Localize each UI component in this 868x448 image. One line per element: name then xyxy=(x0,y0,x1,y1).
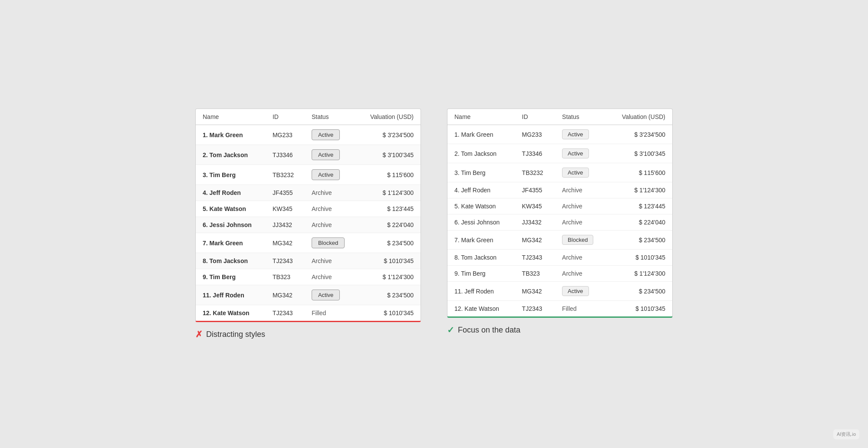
status-text: Archive xyxy=(562,187,582,194)
table-row: 2. Tom Jackson TJ3346 Active $ 3'100'345 xyxy=(196,145,421,165)
cell-status: Blocked xyxy=(305,233,357,253)
status-text: Archive xyxy=(312,257,332,264)
cell-id: KW345 xyxy=(266,201,305,217)
cell-name: 3. Tim Berg xyxy=(196,165,266,185)
cell-valuation: $ 234'500 xyxy=(357,233,421,253)
cell-id: MG342 xyxy=(266,233,305,253)
table-row: 6. Jessi Johnson JJ3432 Archive $ 224'04… xyxy=(196,217,421,233)
bad-section: Name ID Status Valuation (USD) 1. Mark G… xyxy=(195,109,421,339)
status-badge: Active xyxy=(312,129,340,140)
cell-id: MG233 xyxy=(515,125,556,144)
cell-id: KW345 xyxy=(515,198,556,214)
status-text: Archive xyxy=(312,189,332,196)
cell-status: Active xyxy=(555,282,607,301)
cell-id: MG342 xyxy=(515,282,556,301)
status-badge: Active xyxy=(312,169,340,180)
cell-id: TJ2343 xyxy=(266,305,305,321)
cell-status: Archive xyxy=(305,269,357,285)
cell-name: 1. Mark Green xyxy=(196,125,266,145)
status-badge: Active xyxy=(562,168,589,178)
status-badge: Blocked xyxy=(312,237,345,248)
bad-label-text: Distracting styles xyxy=(206,330,265,339)
table-row: 8. Tom Jackson TJ2343 Archive $ 1010'345 xyxy=(196,253,421,269)
good-table: Name ID Status Valuation (USD) 1. Mark G… xyxy=(447,109,672,316)
cell-valuation: $ 1'124'300 xyxy=(357,185,421,201)
cell-valuation: $ 1010'345 xyxy=(357,253,421,269)
cell-id: MG342 xyxy=(266,285,305,305)
cell-status: Archive xyxy=(555,214,607,231)
cell-id: TJ2343 xyxy=(515,301,556,317)
cell-status: Active xyxy=(305,165,357,185)
cell-valuation: $ 234'500 xyxy=(357,285,421,305)
cell-id: MG233 xyxy=(266,125,305,145)
cell-name: 6. Jessi Johnson xyxy=(196,217,266,233)
cell-valuation: $ 123'445 xyxy=(357,201,421,217)
bad-col-status: Status xyxy=(305,109,357,125)
status-badge: Blocked xyxy=(562,235,593,245)
good-label-row: ✓ Focus on the data xyxy=(447,325,673,335)
cell-name: 5. Kate Watson xyxy=(447,198,515,214)
bad-table-container: Name ID Status Valuation (USD) 1. Mark G… xyxy=(195,109,421,322)
cell-valuation: $ 1010'345 xyxy=(607,301,672,317)
cell-status: Active xyxy=(555,163,607,182)
status-text: Filled xyxy=(562,305,576,312)
cell-id: JF4355 xyxy=(266,185,305,201)
cell-name: 2. Tom Jackson xyxy=(447,144,515,163)
cell-valuation: $ 224'040 xyxy=(357,217,421,233)
cell-name: 3. Tim Berg xyxy=(447,163,515,182)
cell-name: 7. Mark Green xyxy=(447,231,515,250)
table-row: 4. Jeff Roden JF4355 Archive $ 1'124'300 xyxy=(447,182,672,198)
status-text: Filled xyxy=(312,310,326,316)
table-row: 4. Jeff Roden JF4355 Archive $ 1'124'300 xyxy=(196,185,421,201)
cell-name: 9. Tim Berg xyxy=(196,269,266,285)
table-row: 1. Mark Green MG233 Active $ 3'234'500 xyxy=(196,125,421,145)
cell-valuation: $ 1010'345 xyxy=(357,305,421,321)
cell-name: 6. Jessi Johnson xyxy=(447,214,515,231)
cell-id: TJ2343 xyxy=(515,250,556,266)
bad-icon: ✗ xyxy=(195,329,203,339)
bad-label-row: ✗ Distracting styles xyxy=(195,329,421,339)
cell-valuation: $ 1'124'300 xyxy=(357,269,421,285)
table-row: 6. Jessi Johnson JJ3432 Archive $ 224'04… xyxy=(447,214,672,231)
cell-status: Active xyxy=(305,285,357,305)
cell-name: 12. Kate Watson xyxy=(196,305,266,321)
cell-valuation: $ 1'124'300 xyxy=(607,182,672,198)
cell-valuation: $ 3'234'500 xyxy=(357,125,421,145)
cell-name: 5. Kate Watson xyxy=(196,201,266,217)
status-text: Archive xyxy=(562,203,582,210)
good-table-container: Name ID Status Valuation (USD) 1. Mark G… xyxy=(447,109,673,318)
bad-col-valuation: Valuation (USD) xyxy=(357,109,421,125)
table-row: 5. Kate Watson KW345 Archive $ 123'445 xyxy=(196,201,421,217)
cell-id: TB323 xyxy=(266,269,305,285)
table-row: 2. Tom Jackson TJ3346 Active $ 3'100'345 xyxy=(447,144,672,163)
cell-name: 4. Jeff Roden xyxy=(447,182,515,198)
table-row: 11. Jeff Roden MG342 Active $ 234'500 xyxy=(447,282,672,301)
cell-id: JJ3432 xyxy=(515,214,556,231)
bad-table: Name ID Status Valuation (USD) 1. Mark G… xyxy=(196,109,421,321)
cell-name: 12. Kate Watson xyxy=(447,301,515,317)
page-wrapper: Name ID Status Valuation (USD) 1. Mark G… xyxy=(195,109,673,339)
cell-status: Archive xyxy=(305,217,357,233)
good-col-status: Status xyxy=(555,109,607,125)
table-row: 3. Tim Berg TB3232 Active $ 115'600 xyxy=(196,165,421,185)
cell-id: JF4355 xyxy=(515,182,556,198)
cell-name: 2. Tom Jackson xyxy=(196,145,266,165)
cell-name: 11. Jeff Roden xyxy=(447,282,515,301)
good-col-id: ID xyxy=(515,109,556,125)
cell-name: 11. Jeff Roden xyxy=(196,285,266,305)
status-badge: Active xyxy=(312,149,340,160)
cell-status: Archive xyxy=(305,185,357,201)
table-row: 12. Kate Watson TJ2343 Filled $ 1010'345 xyxy=(447,301,672,317)
table-row: 9. Tim Berg TB323 Archive $ 1'124'300 xyxy=(196,269,421,285)
status-text: Archive xyxy=(312,273,332,280)
good-label-text: Focus on the data xyxy=(458,326,520,335)
status-text: Archive xyxy=(562,270,582,277)
bad-col-name: Name xyxy=(196,109,266,125)
status-badge: Active xyxy=(312,290,340,300)
cell-valuation: $ 3'234'500 xyxy=(607,125,672,144)
cell-id: TB3232 xyxy=(266,165,305,185)
cell-valuation: $ 1010'345 xyxy=(607,250,672,266)
status-text: Archive xyxy=(312,205,332,212)
cell-status: Archive xyxy=(305,201,357,217)
cell-status: Active xyxy=(555,125,607,144)
